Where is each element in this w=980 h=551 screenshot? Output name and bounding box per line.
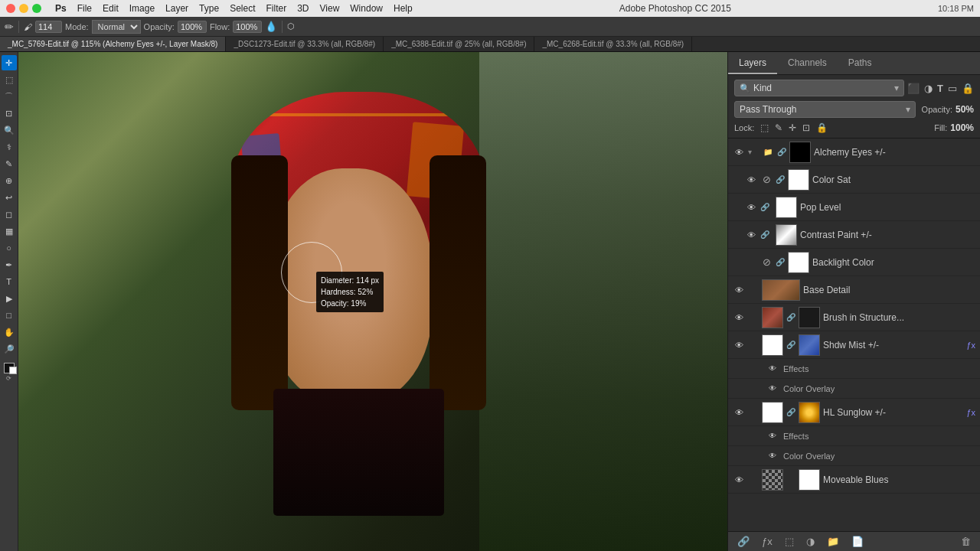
eraser-tool[interactable]: ◻: [2, 207, 17, 222]
layer-link-4[interactable]: 🔗: [760, 230, 773, 239]
eyedropper-tool[interactable]: 🔍: [2, 122, 17, 138]
menu-image[interactable]: Image: [129, 3, 155, 14]
clone-tool[interactable]: ⊕: [2, 173, 17, 188]
spot-heal-tool[interactable]: ⚕: [2, 139, 17, 155]
crop-tool[interactable]: ⊡: [2, 106, 17, 121]
layer-expand-1[interactable]: ▾: [748, 148, 759, 156]
select-tool[interactable]: ⬚: [2, 72, 17, 87]
layer-row-backlight[interactable]: 👁 ⊘ 🔗 Backlight Color: [728, 249, 980, 276]
blend-mode-select[interactable]: Normal: [92, 20, 141, 34]
layer-eye-9[interactable]: 👁: [733, 406, 745, 419]
path-select-tool[interactable]: ▶: [2, 291, 17, 306]
opacity-value[interactable]: 50%: [956, 104, 974, 115]
move-tool[interactable]: ✛: [2, 55, 17, 70]
adjustment-filter-icon[interactable]: ◑: [924, 83, 933, 94]
tab-paths[interactable]: Paths: [838, 53, 883, 74]
close-button[interactable]: [6, 4, 15, 13]
layer-link-8[interactable]: 🔗: [786, 341, 795, 349]
menu-type[interactable]: Type: [199, 3, 219, 14]
blend-mode-dropdown[interactable]: Pass Through ▾: [734, 101, 916, 118]
layer-link-1[interactable]: 🔗: [777, 148, 786, 156]
layer-row-shdw-mist[interactable]: 👁 🔗 Shdw Mist +/- ƒx: [728, 331, 980, 359]
shape-filter-icon[interactable]: ▭: [948, 83, 957, 94]
menu-filter[interactable]: Filter: [266, 3, 286, 14]
layer-link-5[interactable]: 🔗: [776, 258, 785, 266]
effect-eye-color-overlay-9[interactable]: 👁: [766, 450, 779, 462]
menu-edit[interactable]: Edit: [103, 3, 119, 14]
zoom-tool[interactable]: 🔎: [2, 341, 17, 357]
lasso-tool[interactable]: ⌒: [2, 89, 17, 104]
delete-layer-btn[interactable]: 🗑: [958, 534, 974, 549]
layer-eye-3[interactable]: 👁: [745, 201, 757, 214]
add-effect-btn[interactable]: ƒx: [759, 534, 776, 549]
layer-eye-10[interactable]: 👁: [733, 474, 745, 486]
layer-link-9[interactable]: 🔗: [786, 408, 795, 416]
smart-filter-icon[interactable]: 🔒: [962, 83, 974, 94]
flow-input[interactable]: [233, 21, 262, 33]
maximize-button[interactable]: [32, 4, 41, 13]
menu-select[interactable]: Select: [230, 3, 255, 14]
brush-preset[interactable]: 🖌: [24, 22, 32, 31]
layer-row-hl-sunglow[interactable]: 👁 🔗 HL Sunglow +/- ƒx: [728, 399, 980, 426]
link-layers-btn[interactable]: 🔗: [734, 534, 753, 549]
menu-help[interactable]: Help: [394, 3, 413, 14]
hand-tool[interactable]: ✋: [2, 324, 17, 340]
layer-row-contrast-paint[interactable]: 👁 🔗 Contrast Paint +/-: [728, 221, 980, 249]
layer-row-alchemy-eyes[interactable]: 👁 ▾ 📁 🔗 Alchemy Eyes +/-: [728, 139, 980, 166]
layer-link-7[interactable]: 🔗: [786, 313, 795, 321]
win-close-btn[interactable]: [6, 4, 41, 13]
pen-tool[interactable]: ✒: [2, 257, 17, 272]
tool-brush-icon[interactable]: ✏: [5, 21, 14, 33]
rectangle-tool[interactable]: □: [2, 308, 17, 323]
airbrush-icon[interactable]: 💧: [265, 21, 277, 32]
menu-window[interactable]: Window: [350, 3, 383, 14]
menu-layer[interactable]: Layer: [165, 3, 188, 14]
layer-row-brush-structure[interactable]: 👁 🔗 Brush in Structure...: [728, 304, 980, 331]
tab-0[interactable]: _MC_5769-Edit.tif @ 115% (Alchemy Eyes +…: [0, 37, 226, 51]
lock-pixels-icon[interactable]: ⬚: [760, 122, 769, 133]
effect-eye-effects-8[interactable]: 👁: [766, 363, 779, 375]
layer-eye-4[interactable]: 👁: [745, 229, 757, 241]
layer-eye-6[interactable]: 👁: [733, 284, 745, 296]
history-brush-tool[interactable]: ↩: [2, 190, 17, 205]
menu-3d[interactable]: 3D: [297, 3, 309, 14]
text-tool[interactable]: T: [2, 274, 17, 289]
gradient-tool[interactable]: ▦: [2, 223, 17, 239]
brush-size-input[interactable]: [35, 21, 62, 33]
lock-all-icon[interactable]: 🔒: [816, 122, 828, 133]
new-group-btn[interactable]: 📁: [824, 534, 842, 549]
layer-row-color-sat[interactable]: 👁 ⊘ 🔗 Color Sat: [728, 166, 980, 194]
layer-row-base-detail[interactable]: 👁 Base Detail: [728, 276, 980, 304]
layer-eye-7[interactable]: 👁: [733, 311, 745, 324]
new-layer-btn[interactable]: 📄: [848, 534, 867, 549]
lock-paint-icon[interactable]: ✎: [775, 122, 782, 133]
layer-eye-2[interactable]: 👁: [745, 174, 757, 186]
layer-link-3[interactable]: 🔗: [760, 203, 773, 211]
kind-dropdown[interactable]: 🔍 Kind ▾: [734, 80, 904, 96]
menu-ps[interactable]: Ps: [55, 3, 67, 14]
effect-eye-color-overlay-8[interactable]: 👁: [766, 383, 779, 395]
pixel-filter-icon[interactable]: ⬛: [907, 83, 920, 94]
dodge-tool[interactable]: ○: [2, 240, 17, 256]
menu-view[interactable]: View: [320, 3, 340, 14]
minimize-button[interactable]: [19, 4, 28, 13]
layer-eye-1[interactable]: 👁: [733, 146, 745, 158]
tab-1[interactable]: _DSC1273-Edit.tif @ 33.3% (all, RGB/8#): [226, 37, 384, 51]
fill-value[interactable]: 100%: [950, 122, 974, 133]
tab-layers[interactable]: Layers: [728, 53, 777, 74]
layer-row-moveable-blues[interactable]: 👁 Moveable Blues: [728, 466, 980, 494]
lock-move-icon[interactable]: ✛: [789, 122, 796, 133]
brush-tool[interactable]: ✎: [2, 156, 17, 171]
tab-channels[interactable]: Channels: [777, 53, 838, 74]
layer-row-pop-level[interactable]: 👁 🔗 Pop Level: [728, 194, 980, 221]
effect-eye-effects-9[interactable]: 👁: [766, 430, 779, 442]
tab-2[interactable]: _MC_6388-Edit.tif @ 25% (all, RGB/8#): [384, 37, 534, 51]
pen-pressure-icon[interactable]: ⬡: [287, 21, 295, 31]
add-mask-btn[interactable]: ⬚: [782, 534, 797, 549]
new-adjustment-btn[interactable]: ◑: [803, 534, 818, 549]
lock-artboard-icon[interactable]: ⊡: [802, 122, 810, 133]
tab-3[interactable]: _MC_6268-Edit.tif @ 33.3% (all, RGB/8#): [534, 37, 692, 51]
layer-eye-8[interactable]: 👁: [733, 339, 745, 351]
type-filter-icon[interactable]: T: [937, 83, 943, 94]
menu-file[interactable]: File: [77, 3, 92, 14]
